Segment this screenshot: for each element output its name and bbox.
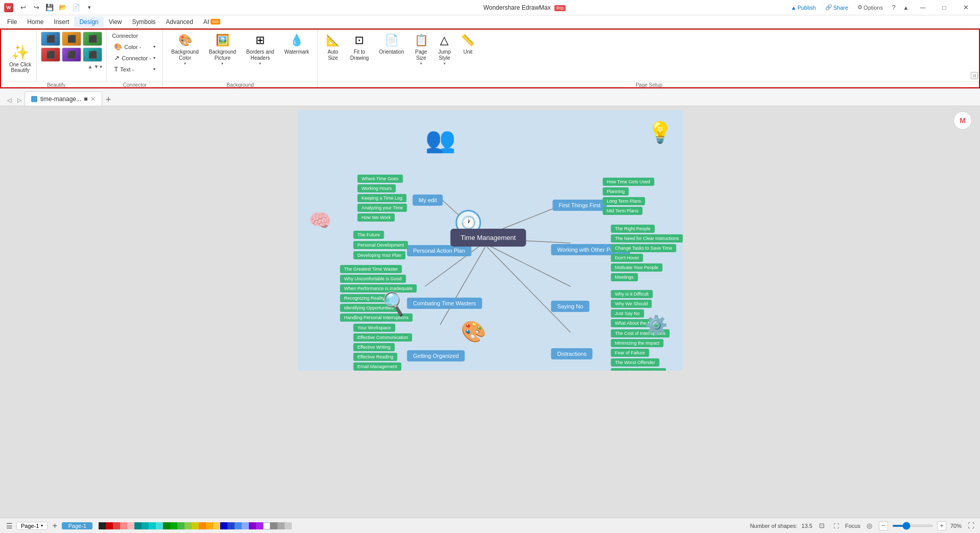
leaf-personal-dev[interactable]: Personal Development — [354, 241, 408, 249]
leaf-meetings[interactable]: Meetings — [611, 273, 638, 281]
palette-swatch-gray[interactable] — [270, 522, 277, 529]
branch-my-edit[interactable]: My edit — [413, 195, 443, 206]
leaf-planning[interactable]: Planning — [603, 187, 629, 196]
palette-swatch-cyan[interactable] — [149, 522, 156, 529]
qa-more-button[interactable]: ▾ — [84, 2, 95, 13]
leaf-greatest-waste[interactable]: The Greatest Time Waster — [340, 265, 402, 273]
background-picture-button[interactable]: 🖼️ Background Picture ▾ — [205, 31, 240, 69]
leaf-future[interactable]: The Future — [354, 231, 384, 239]
palette-swatch-blue4[interactable] — [242, 522, 249, 529]
text-row[interactable]: T Text - ▾ — [112, 64, 157, 74]
leaf-why-should[interactable]: Why We Should — [611, 300, 652, 308]
branch-first-things[interactable]: First Things First — [553, 200, 607, 211]
palette-swatch-orange3[interactable] — [213, 522, 220, 529]
style-up-button[interactable]: ▲ — [88, 64, 93, 69]
palette-swatch-red2[interactable] — [113, 522, 120, 529]
palette-swatch-lime[interactable] — [184, 522, 192, 529]
unit-button[interactable]: 📏 Unit — [457, 31, 479, 58]
center-node[interactable]: Time Management — [451, 229, 526, 247]
leaf-eff-reading[interactable]: Effective Reading — [354, 353, 398, 361]
leaf-eff-writing[interactable]: Effective Writing — [354, 343, 395, 351]
minimize-button[interactable]: ─ — [913, 2, 933, 13]
zoom-in-button[interactable]: + — [937, 521, 946, 530]
branch-saying-no[interactable]: Saying No — [551, 301, 590, 312]
zoom-slider[interactable] — [892, 525, 933, 527]
leaf-right-people[interactable]: The Right People — [611, 225, 655, 233]
palette-swatch-blue[interactable] — [220, 522, 227, 529]
options-button[interactable]: ⚙ Options — [853, 3, 887, 12]
style-1[interactable]: ⬛ — [41, 32, 60, 46]
add-page-button[interactable]: + — [50, 521, 60, 531]
palette-swatch-orange2[interactable] — [206, 522, 213, 529]
palette-swatch-green2[interactable] — [170, 522, 177, 529]
menu-symbols[interactable]: Symbols — [127, 16, 161, 28]
style-5[interactable]: ⬛ — [62, 47, 81, 62]
maximize-button[interactable]: □ — [934, 2, 954, 13]
zoom-to-fit-button[interactable]: ⛶ — [831, 521, 841, 531]
one-click-beautify-button[interactable]: ✨ One Click Beautify — [4, 31, 37, 86]
fit-to-drawing-button[interactable]: ⊡ Fit to Drawing — [346, 31, 373, 64]
fullscreen-button[interactable]: ⛶ — [966, 521, 976, 531]
publish-button[interactable]: ▲ Publish — [787, 4, 820, 12]
leaf-clear-instructions[interactable]: The Need for Clear Instructions — [611, 234, 683, 243]
style-down-button[interactable]: ▼ — [94, 64, 99, 69]
leaf-fear-failure[interactable]: Fear of Failure — [611, 349, 649, 357]
palette-swatch-red[interactable] — [106, 522, 113, 529]
palette-swatch-blue2[interactable] — [227, 522, 235, 529]
palette-swatch-gray3[interactable] — [285, 522, 292, 529]
leaf-email[interactable]: Email Management — [354, 362, 402, 371]
leaf-dont-hover[interactable]: Don't Hover — [611, 254, 643, 262]
palette-swatch-orange[interactable] — [199, 522, 206, 529]
jump-style-button[interactable]: △ Jump Style ▾ — [434, 31, 455, 69]
branch-combating[interactable]: Combating Time Wasters — [407, 298, 482, 309]
style-expand-button[interactable]: ▾ — [100, 64, 102, 69]
close-button[interactable]: ✕ — [955, 2, 976, 13]
auto-size-button[interactable]: 📐 Auto Size — [322, 31, 344, 64]
leaf-performance[interactable]: When Performance is Inadequate — [340, 284, 417, 293]
watermark-button[interactable]: 💧 Watermark — [281, 31, 314, 58]
palette-swatch-purple[interactable] — [249, 522, 256, 529]
style-6[interactable]: ⬛ — [83, 47, 102, 62]
share-button[interactable]: 🔗 Share — [821, 3, 852, 12]
leaf-eff-comm[interactable]: Effective Communication — [354, 333, 412, 342]
new-button[interactable]: 📄 — [71, 2, 82, 13]
palette-swatch-cyan2[interactable] — [156, 522, 163, 529]
leaf-why-difficult[interactable]: Why is it Difficult — [611, 290, 653, 298]
leaf-keeping-time-log[interactable]: Keeping a Time Log — [358, 194, 407, 202]
zoom-out-button[interactable]: − — [879, 521, 888, 530]
tab-nav-right[interactable]: ▷ — [14, 94, 25, 106]
palette-swatch-teal[interactable] — [134, 522, 142, 529]
tab-nav-left[interactable]: ◁ — [4, 94, 14, 106]
hamburger-button[interactable]: ☰ — [4, 521, 14, 531]
palette-swatch-teal2[interactable] — [142, 522, 149, 529]
palette-swatch-pink2[interactable] — [127, 522, 134, 529]
borders-headers-button[interactable]: ⊞ Borders and Headers ▾ — [242, 31, 278, 69]
palette-swatch-pink[interactable] — [120, 522, 127, 529]
style-4[interactable]: ⬛ — [41, 47, 60, 62]
color-row[interactable]: 🎨 Color - ▾ — [112, 42, 157, 52]
leaf-where-time-goes[interactable]: Where Time Goes — [358, 175, 403, 183]
page-tab-active[interactable]: Page-1 — [62, 522, 92, 529]
save-button[interactable]: 💾 — [44, 2, 55, 13]
right-panel-button[interactable]: M — [953, 111, 972, 130]
palette-swatch-yellow[interactable] — [192, 522, 199, 529]
leaf-analyzing-time[interactable]: Analyzing your Time — [358, 204, 407, 212]
leaf-worst-offender[interactable]: The Worst Offender — [611, 358, 660, 367]
account-button[interactable]: ? — [888, 2, 899, 13]
page-setup-expand-button[interactable]: ⊡ — [971, 72, 978, 79]
orientation-button[interactable]: 📄 Orientation — [375, 31, 408, 58]
menu-view[interactable]: View — [104, 16, 127, 28]
style-2[interactable]: ⬛ — [62, 32, 81, 46]
menu-advanced[interactable]: Advanced — [161, 16, 198, 28]
palette-swatch-black[interactable] — [99, 522, 106, 529]
leaf-uncomfortable[interactable]: Why Uncomfortable is Good — [340, 275, 406, 283]
connector-row[interactable]: ↗ Connector - ▾ — [112, 53, 157, 63]
add-tab-button[interactable]: + — [102, 93, 114, 106]
leaf-just-say-no[interactable]: Just Say No — [611, 309, 644, 318]
branch-personal-action[interactable]: Personal Action Plan — [407, 245, 472, 256]
palette-swatch-green3[interactable] — [177, 522, 184, 529]
palette-swatch-gray2[interactable] — [277, 522, 285, 529]
collapse-ribbon-button[interactable]: ▲ — [900, 2, 912, 13]
menu-insert[interactable]: Insert — [49, 16, 74, 28]
page-size-button[interactable]: 📋 Page Size ▾ — [410, 31, 432, 69]
